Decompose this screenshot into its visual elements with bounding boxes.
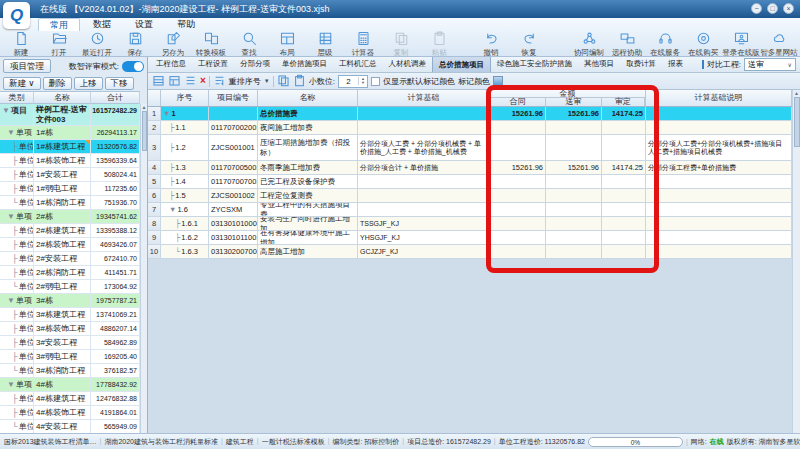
tree-row[interactable]: ├单位3#栋建筑工程13741069.21 [0, 308, 140, 322]
table-scrollbar[interactable]: ▲ [792, 90, 800, 433]
col-header-seq[interactable]: 序号 [161, 90, 209, 106]
close-button[interactable]: × [783, 3, 794, 14]
tree-scrollbar[interactable]: ▲ [140, 104, 147, 433]
tab-其他项目[interactable]: 其他项目 [578, 57, 620, 72]
layout-button[interactable]: 布局 [268, 31, 306, 57]
col-header-contract[interactable]: 合同 [490, 98, 546, 106]
table-row[interactable]: 3├1.2ZJCS001001压缩工期措施增加费（招投标）分部分项人工费 + 分… [148, 135, 792, 161]
tab-分部分项[interactable]: 分部分项 [234, 57, 276, 72]
spinner-arrows-icon[interactable]: ▲▼ [358, 77, 367, 85]
compare-project-select[interactable]: 送审 ∨ [744, 58, 796, 71]
mark-color-swatch[interactable] [493, 76, 503, 86]
tab-取费计算[interactable]: 取费计算 [620, 57, 662, 72]
table-row[interactable]: 9├1.6.2031301011001在有害身体健康环境中施工增加YHSGJF_… [148, 231, 792, 245]
tab-工程设置[interactable]: 工程设置 [192, 57, 234, 72]
tree-row[interactable]: └单位2#弱电工程173064.92 [0, 280, 140, 294]
collab-button[interactable]: 协同编制 [570, 31, 608, 57]
reorder-button[interactable]: 重排序号 [229, 76, 261, 87]
table-row[interactable]: 6├1.5ZJCS001002工程定位复测费 [148, 189, 792, 203]
table-row[interactable]: 8├1.6.1031301010001安装与生产同时进行施工增加TSSGJF_K… [148, 217, 792, 231]
tree-row[interactable]: ├单位1#栋装饰工程13596339.64 [0, 154, 140, 168]
col-header-review[interactable]: 送审 [546, 98, 602, 106]
decimal-spinner[interactable]: 2 ▲▼ [338, 75, 368, 88]
table-row[interactable]: 5├1.4011707007001已完工程及设备保护费 [148, 175, 792, 189]
tree-row[interactable]: ├单位4#栋装饰工程4191864.01 [0, 406, 140, 420]
tree-row[interactable]: ├单位2#栋装饰工程4693426.07 [0, 238, 140, 252]
table-row[interactable]: 7▼1.6ZYCSXM专业工程中的有关措施项目费 [148, 203, 792, 217]
tree-row[interactable]: ▼单项3#栋19757787.21 [0, 294, 140, 308]
maximize-button[interactable]: □ [767, 3, 778, 14]
tree-row[interactable]: ├单位2#安装工程672410.70 [0, 252, 140, 266]
tree-row[interactable]: ├单位1#安装工程508024.41 [0, 168, 140, 182]
calc-button[interactable]: 计算器 [344, 31, 382, 57]
open-button[interactable]: 打开 [40, 31, 78, 57]
tree-move-up-button[interactable]: 上移 [74, 77, 103, 90]
expand-all-button[interactable] [152, 74, 165, 89]
tree-row[interactable]: ├单位3#安装工程584962.89 [0, 336, 140, 350]
tree-move-down-button[interactable]: 下移 [105, 77, 134, 90]
paste-cell-button[interactable] [293, 74, 306, 89]
find-button[interactable]: 查找 [230, 31, 268, 57]
redo-button[interactable]: 恢复 [510, 31, 548, 57]
tree-row[interactable]: ▼单项4#栋17788432.92 [0, 378, 140, 392]
table-scrollbar-thumb[interactable] [794, 97, 800, 147]
tree-row[interactable]: └单位3#栋消防工程376182.57 [0, 364, 140, 378]
tab-工料机汇总[interactable]: 工料机汇总 [333, 57, 383, 72]
smart-review-mode-toggle[interactable] [122, 61, 144, 72]
recent-button[interactable]: 最近打开 [78, 31, 116, 57]
ribbon-tab-设置[interactable]: 设置 [124, 18, 164, 31]
tree-row[interactable]: ├单位1#弱电工程117235.60 [0, 182, 140, 196]
saveas-button[interactable]: 另存为 [154, 31, 192, 57]
table-row[interactable]: 1▼1总价措施费15261.9615261.9614174.25 [148, 107, 792, 121]
buy-button[interactable]: 在线购买 [684, 31, 722, 57]
tab-人材机调差[interactable]: 人材机调差 [383, 57, 433, 72]
tree-row[interactable]: ▼项目样例工程-送审文件003161572482.29 [0, 104, 140, 126]
minimize-button[interactable]: − [751, 3, 762, 14]
tab-绿色施工安全防护措施[interactable]: 绿色施工安全防护措施 [491, 57, 578, 72]
col-header-note[interactable]: 计算基础说明 [646, 90, 792, 106]
tab-总价措施项目[interactable]: 总价措施项目 [432, 57, 491, 72]
tree-new-button[interactable]: 新建 ∨ [3, 77, 41, 90]
tab-单价措施项目[interactable]: 单价措施项目 [276, 57, 333, 72]
ribbon-tab-数据[interactable]: 数据 [82, 18, 122, 31]
login-button[interactable]: 登录在线版 [722, 31, 760, 57]
list-view-button[interactable] [184, 74, 197, 89]
ribbon-tab-帮助[interactable]: 帮助 [166, 18, 206, 31]
service-button[interactable]: 在线服务 [646, 31, 684, 57]
tree-row[interactable]: ├单位3#弱电工程169205.40 [0, 350, 140, 364]
remote-button[interactable]: 远程协助 [608, 31, 646, 57]
save-button[interactable]: 保存 [116, 31, 154, 57]
project-manage-button[interactable]: 项目管理 [3, 59, 51, 73]
tree-row[interactable]: ├单位4#栋建筑工程12476832.88 [0, 392, 140, 406]
tree-row[interactable]: ▼单项1#栋26294113.17 [0, 126, 140, 140]
tab-报表[interactable]: 报表 [662, 57, 689, 72]
col-header-base[interactable]: 计算基础 [358, 90, 490, 106]
col-header-code[interactable]: 项目编号 [209, 90, 258, 106]
tree-row[interactable]: ▼单项2#栋19345741.62 [0, 210, 140, 224]
undo-button[interactable]: 撤销 [472, 31, 510, 57]
col-header-approved[interactable]: 审定 [602, 98, 645, 106]
table-row[interactable]: 4├1.3011707005001冬雨季施工增加费分部分项合计 + 单价措施15… [148, 161, 792, 175]
table-row[interactable]: 2├1.1011707002001夜间施工增加费 [148, 121, 792, 135]
only-default-color-checkbox[interactable] [371, 77, 380, 86]
site-button[interactable]: 智多星网站 [760, 31, 798, 57]
ribbon-tab-常用[interactable]: 常用 [38, 18, 80, 31]
level-button[interactable]: 层级 [306, 31, 344, 57]
copy-cell-button[interactable] [277, 74, 290, 89]
tree-row[interactable]: ├单位1#栋建筑工程11320576.82 [0, 140, 140, 154]
tree-row[interactable]: ├单位2#栋消防工程411451.71 [0, 266, 140, 280]
tab-工程信息[interactable]: 工程信息 [150, 57, 192, 72]
reorder-caret-icon[interactable]: ▼ [264, 78, 270, 84]
delete-row-button[interactable]: × [200, 76, 206, 86]
new-button[interactable]: 新建 [2, 31, 40, 57]
tree-row[interactable]: ├单位2#栋建筑工程13395388.12 [0, 224, 140, 238]
tree-row[interactable]: ├单位3#栋装饰工程4886207.14 [0, 322, 140, 336]
table-row[interactable]: 10└1.6.3031302007001高层施工增加GCJZJF_KJ [148, 245, 792, 259]
col-header-name[interactable]: 名称 [258, 90, 358, 106]
collapse-all-button[interactable] [168, 74, 181, 89]
tree-row[interactable]: └单位4#安装工程565949.09 [0, 420, 140, 433]
tree-scrollbar-thumb[interactable] [142, 111, 147, 151]
tree-delete-button[interactable]: 删除 [43, 77, 72, 90]
convert-button[interactable]: 转换模板 [192, 31, 230, 57]
tree-row[interactable]: └单位1#栋消防工程751936.70 [0, 196, 140, 210]
